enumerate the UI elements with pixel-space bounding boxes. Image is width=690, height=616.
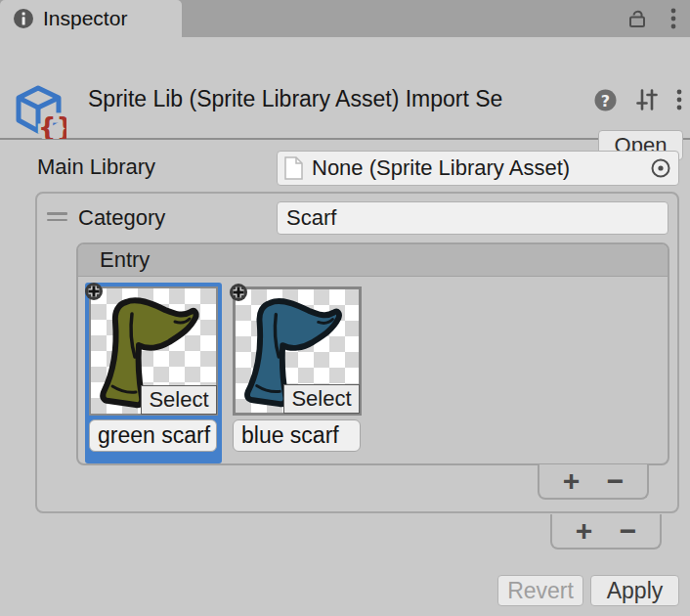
- main-library-value: None (Sprite Library Asset): [312, 155, 643, 181]
- plus-badge-icon: [229, 283, 248, 302]
- select-sprite-button[interactable]: Select: [141, 385, 217, 415]
- object-picker-icon[interactable]: [643, 152, 678, 185]
- category-name-field[interactable]: Scarf: [277, 201, 668, 235]
- add-entry-button[interactable]: +: [555, 466, 588, 496]
- drag-handle-icon[interactable]: [47, 212, 67, 221]
- importer-title: Sprite Lib (Sprite Library Asset) Import…: [88, 86, 592, 115]
- entry-name-field[interactable]: blue scarf: [233, 419, 361, 452]
- info-icon: [13, 8, 34, 29]
- kebab-menu-icon[interactable]: [670, 7, 676, 30]
- svg-text:?: ?: [601, 91, 610, 110]
- main-library-label: Main Library: [37, 154, 155, 180]
- sprite-thumbnail[interactable]: Select: [89, 286, 218, 416]
- add-category-button[interactable]: +: [568, 516, 601, 546]
- remove-category-button[interactable]: −: [612, 516, 645, 546]
- entry-cell-blue-scarf[interactable]: Select blue scarf: [229, 283, 366, 463]
- sprite-library-asset-icon: {}: [12, 84, 66, 139]
- category-list-footer: + −: [550, 514, 662, 550]
- select-sprite-button[interactable]: Select: [283, 384, 360, 414]
- tab-inspector[interactable]: Inspector: [0, 0, 182, 37]
- kebab-menu-icon[interactable]: [676, 88, 682, 111]
- tab-bar: Inspector: [0, 0, 690, 37]
- remove-entry-button[interactable]: −: [599, 466, 632, 496]
- category-label: Category: [78, 205, 165, 231]
- tab-label: Inspector: [43, 7, 127, 30]
- plus-badge-icon: [84, 282, 104, 301]
- entry-list-header: Entry: [78, 244, 668, 277]
- help-icon[interactable]: ?: [593, 88, 618, 112]
- page-icon: [283, 155, 304, 181]
- presets-icon[interactable]: [634, 87, 660, 112]
- sprite-thumbnail[interactable]: Select: [233, 286, 362, 416]
- entry-list-footer: + −: [538, 464, 649, 500]
- entry-cell-green-scarf[interactable]: Select green scarf: [85, 283, 222, 463]
- entry-list-container: Entry: [76, 242, 669, 465]
- revert-button[interactable]: Revert: [497, 575, 583, 606]
- entry-name-field[interactable]: green scarf: [89, 419, 217, 452]
- main-library-object-field[interactable]: None (Sprite Library Asset): [277, 151, 679, 186]
- inspector-window: Inspector: [0, 0, 690, 616]
- unlock-icon[interactable]: [625, 7, 649, 30]
- svg-text:{}: {}: [38, 112, 66, 139]
- apply-button[interactable]: Apply: [590, 575, 679, 606]
- importer-header: {} Sprite Lib (Sprite Library Asset) Imp…: [0, 37, 690, 140]
